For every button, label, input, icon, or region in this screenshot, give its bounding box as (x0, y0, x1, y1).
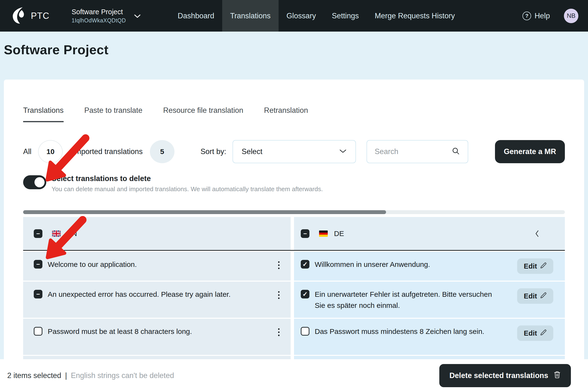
tab-translations[interactable]: Translations (23, 106, 64, 122)
top-navbar: PTC Software Project 1IqlhOdWkaXQDtQD Da… (0, 0, 588, 32)
search-icon (452, 147, 460, 156)
edit-button[interactable]: Edit (517, 288, 553, 304)
generate-mr-button[interactable]: Generate a MR (495, 140, 565, 163)
filter-all-count-badge: 10 (38, 140, 63, 163)
row-en-text: Password must be at least 8 characters l… (48, 326, 192, 337)
project-selector-id: 1IqlhOdWkaXQDtQD (71, 17, 126, 24)
brand-logo-link[interactable]: PTC (12, 7, 49, 25)
row-de-text: Das Passwort muss mindestens 8 Zeichen l… (315, 326, 484, 337)
card-tabs: Translations Paste to translate Resource… (23, 106, 565, 122)
row-cell-en: Password must be at least 8 characters l… (23, 319, 291, 355)
edit-button-label: Edit (524, 292, 537, 300)
row-cell-en: − An unexpected error has occurred. Plea… (23, 282, 291, 318)
delete-button-label: Delete selected translations (450, 371, 548, 380)
german-flag-icon (319, 230, 328, 237)
select-all-en-checkbox[interactable]: − (34, 229, 42, 238)
chevron-down-icon (134, 14, 141, 19)
question-icon: ? (523, 12, 531, 20)
row-en-checkbox[interactable] (34, 327, 42, 336)
row-de-checkbox[interactable] (301, 327, 309, 336)
horizontal-scrollbar-track[interactable] (23, 210, 565, 214)
table-row: − Welcome to our application. ✓ Willkomm… (23, 252, 565, 280)
edit-button[interactable]: Edit (517, 326, 553, 341)
select-all-de-checkbox[interactable]: − (301, 229, 309, 238)
sort-by-label: Sort by: (200, 147, 226, 156)
filter-imported-count-badge: 5 (150, 140, 174, 163)
nav-item-settings[interactable]: Settings (324, 0, 367, 32)
nav-item-dashboard[interactable]: Dashboard (170, 0, 222, 32)
chevron-down-icon (339, 149, 347, 154)
source-lang-label: EN (67, 230, 77, 238)
kebab-menu-icon[interactable] (277, 328, 281, 336)
filter-imported-label[interactable]: Imported translations (73, 147, 142, 156)
filter-row: All 10 Imported translations 5 Sort by: … (23, 140, 565, 163)
kebab-menu-icon[interactable] (277, 261, 281, 270)
row-en-text: Welcome to our application. (48, 259, 137, 270)
table-row: Password must be at least 8 characters l… (23, 319, 565, 355)
row-en-text: An unexpected error has occurred. Please… (48, 289, 231, 300)
row-de-text: Ein unerwarteter Fehler ist aufgetreten.… (315, 289, 498, 311)
edit-button-label: Edit (524, 262, 537, 270)
footer-separator: | (65, 371, 67, 380)
edit-button-label: Edit (524, 329, 537, 337)
uk-flag-icon (52, 230, 61, 237)
header-cell-de: − DE (294, 217, 565, 250)
ptc-logo-icon (12, 7, 26, 25)
search-box (367, 140, 468, 163)
row-cell-de: Das Passwort muss mindestens 8 Zeichen l… (294, 319, 565, 355)
filter-all-label[interactable]: All (23, 147, 31, 156)
selection-footer: 2 items selected | English strings can't… (0, 359, 588, 392)
delete-selected-button[interactable]: Delete selected translations (439, 364, 571, 387)
selected-count-text: 2 items selected (7, 371, 61, 380)
horizontal-scrollbar-thumb[interactable] (23, 210, 386, 214)
sort-select-value: Select (242, 147, 262, 156)
help-label: Help (535, 12, 550, 20)
tab-resource-file-translation[interactable]: Resource file translation (163, 106, 243, 122)
toggle-label: Select translations to delete (51, 174, 323, 183)
nav-item-merge-requests-history[interactable]: Merge Requests History (367, 0, 463, 32)
row-cell-de: ✓ Ein unerwarteter Fehler ist aufgetrete… (294, 282, 565, 318)
page: PTC Software Project 1IqlhOdWkaXQDtQD Da… (0, 0, 588, 392)
help-button[interactable]: ? Help (523, 12, 550, 20)
tab-paste-to-translate[interactable]: Paste to translate (84, 106, 142, 122)
sort-select[interactable]: Select (233, 140, 356, 163)
brand-name: PTC (31, 11, 49, 21)
pencil-icon (540, 329, 547, 337)
trash-icon (554, 371, 561, 380)
toggle-knob (34, 177, 44, 187)
header-cell-en: − EN (23, 217, 291, 250)
table-row: − An unexpected error has occurred. Plea… (23, 282, 565, 318)
search-input[interactable] (375, 147, 452, 156)
row-de-checkbox[interactable]: ✓ (301, 260, 309, 268)
nav-item-translations[interactable]: Translations (222, 0, 279, 32)
pencil-icon (540, 292, 547, 300)
main-nav: Dashboard Translations Glossary Settings… (170, 0, 463, 32)
footer-note: English strings can't be deleted (71, 371, 174, 380)
row-de-checkbox[interactable]: ✓ (301, 290, 309, 298)
row-cell-de: ✓ Willkommen in unserer Anwendung. Edit (294, 252, 565, 280)
page-title: Software Project (4, 42, 108, 57)
row-de-text: Willkommen in unserer Anwendung. (315, 259, 430, 270)
tab-retranslation[interactable]: Retranslation (264, 106, 308, 122)
translations-table: − EN (23, 210, 565, 360)
edit-button[interactable]: Edit (517, 258, 553, 274)
nav-item-glossary[interactable]: Glossary (279, 0, 324, 32)
chevron-left-icon[interactable] (535, 230, 539, 238)
pencil-icon (540, 262, 547, 270)
kebab-menu-icon[interactable] (277, 291, 281, 300)
row-en-checkbox[interactable]: − (34, 260, 42, 268)
table-header-row: − EN (23, 217, 565, 251)
project-selector-name: Software Project (71, 8, 126, 16)
target-lang-label: DE (334, 230, 344, 238)
row-cell-en: − Welcome to our application. (23, 252, 291, 280)
project-selector[interactable]: Software Project 1IqlhOdWkaXQDtQD (71, 8, 141, 24)
row-en-checkbox[interactable]: − (34, 290, 42, 298)
select-translations-toggle[interactable] (23, 175, 46, 189)
toggle-description: You can delete manual and imported trans… (51, 186, 323, 193)
user-avatar[interactable]: NB (564, 9, 578, 23)
translations-card: Translations Paste to translate Resource… (4, 80, 584, 392)
delete-toggle-row: Select translations to delete You can de… (23, 174, 565, 193)
